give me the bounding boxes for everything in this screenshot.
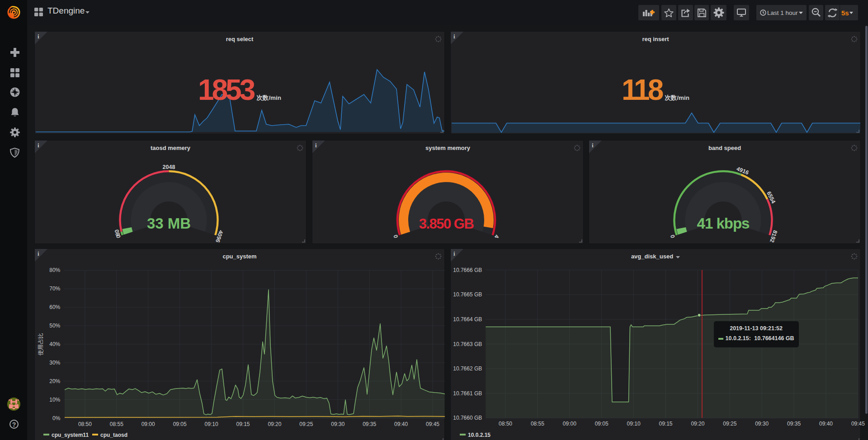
svg-text:30%: 30% bbox=[49, 360, 60, 366]
svg-text:0%: 0% bbox=[52, 415, 61, 421]
svg-text:09:15: 09:15 bbox=[236, 421, 250, 427]
svg-text:09:25: 09:25 bbox=[723, 421, 736, 427]
svg-text:3.850 GB: 3.850 GB bbox=[419, 216, 474, 232]
svg-text:10.7664 GB: 10.7664 GB bbox=[453, 316, 482, 323]
svg-text:08:55: 08:55 bbox=[110, 421, 123, 427]
svg-text:09:35: 09:35 bbox=[363, 421, 376, 427]
svg-text:09:00: 09:00 bbox=[142, 421, 155, 427]
svg-text:08:55: 08:55 bbox=[531, 421, 544, 427]
svg-text:09:00: 09:00 bbox=[563, 421, 576, 427]
svg-text:4: 4 bbox=[493, 234, 500, 239]
svg-text:09:15: 09:15 bbox=[659, 421, 672, 427]
svg-text:50%: 50% bbox=[49, 323, 60, 329]
svg-text:40%: 40% bbox=[49, 341, 60, 347]
svg-text:09:30: 09:30 bbox=[755, 421, 769, 427]
svg-text:09:25: 09:25 bbox=[299, 421, 313, 427]
svg-text:33 MB: 33 MB bbox=[147, 215, 191, 232]
svg-text:10.7661 GB: 10.7661 GB bbox=[453, 390, 482, 397]
svg-text:80%: 80% bbox=[49, 267, 60, 273]
svg-text:09:05: 09:05 bbox=[595, 421, 609, 427]
svg-text:0: 0 bbox=[392, 234, 399, 239]
svg-text:2048: 2048 bbox=[163, 164, 175, 170]
svg-text:09:20: 09:20 bbox=[691, 421, 704, 427]
svg-text:09:40: 09:40 bbox=[819, 421, 833, 427]
svg-text:20%: 20% bbox=[49, 378, 60, 384]
svg-text:09:10: 09:10 bbox=[205, 421, 218, 427]
svg-text:09:40: 09:40 bbox=[394, 421, 408, 427]
svg-text:09:20: 09:20 bbox=[268, 421, 281, 427]
svg-text:cpu_system11: cpu_system11 bbox=[52, 432, 89, 438]
svg-text:10.7660 GB: 10.7660 GB bbox=[453, 415, 482, 421]
svg-text:41 kbps: 41 kbps bbox=[697, 215, 750, 232]
svg-text:0: 0 bbox=[669, 234, 676, 239]
svg-text:08:50: 08:50 bbox=[499, 421, 512, 427]
svg-text:cpu_taosd: cpu_taosd bbox=[100, 432, 127, 438]
svg-text:使用占比: 使用占比 bbox=[38, 333, 44, 356]
svg-text:09:45: 09:45 bbox=[426, 421, 439, 427]
svg-text:08:50: 08:50 bbox=[78, 421, 92, 427]
svg-text:10.7663 GB: 10.7663 GB bbox=[453, 341, 482, 347]
svg-text:09:05: 09:05 bbox=[173, 421, 187, 427]
svg-text:09:10: 09:10 bbox=[627, 421, 641, 427]
svg-text:10.0.2.15: 10.0.2.15 bbox=[468, 432, 491, 438]
svg-text:10.7666 GB: 10.7666 GB bbox=[453, 267, 482, 273]
svg-text:60%: 60% bbox=[49, 304, 60, 310]
svg-text:70%: 70% bbox=[49, 286, 60, 292]
svg-text:10.7662 GB: 10.7662 GB bbox=[453, 365, 482, 372]
svg-text:09:45: 09:45 bbox=[851, 421, 865, 427]
svg-text:09:30: 09:30 bbox=[331, 421, 344, 427]
svg-text:10.7665 GB: 10.7665 GB bbox=[453, 291, 482, 298]
svg-text:09:35: 09:35 bbox=[787, 421, 801, 427]
svg-text:10%: 10% bbox=[49, 397, 60, 403]
